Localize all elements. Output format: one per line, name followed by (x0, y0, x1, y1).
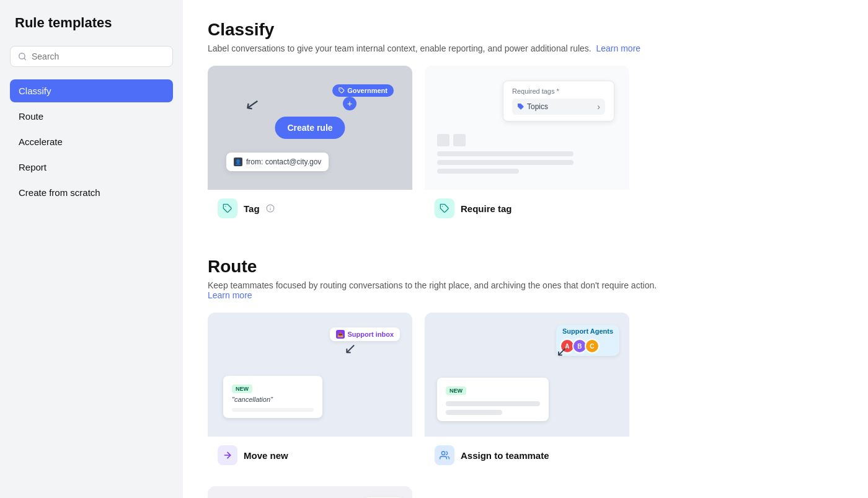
move-new-preview: 📥 Support inbox ↙ NEW "cancellation" (208, 313, 412, 437)
tag-card-preview: ↙ + Government Create rule 👤 from: conta… (208, 66, 412, 190)
sidebar-item-create-from-scratch[interactable]: Create from scratch (10, 181, 173, 204)
move-inbox-label: 📥 Support inbox (330, 327, 400, 341)
assign-owner-preview: G Gina ↙ From: Coca-Cola Owner: Gina (208, 486, 412, 498)
email-from-text: from: contact@city.gov (246, 158, 321, 166)
route-section: Route Keep teammates focused by routing … (208, 257, 843, 498)
move-new-card-icon (218, 445, 237, 465)
curved-arrow-move: ↙ (344, 340, 356, 357)
preview-line-3 (437, 169, 519, 174)
move-chat-card: NEW "cancellation" (223, 376, 322, 418)
route-title: Route (208, 257, 843, 277)
preview-tag-badge: Government (332, 84, 394, 97)
require-tag-card-label: Require tag (425, 190, 629, 227)
sidebar-item-accelerate[interactable]: Accelerate (10, 130, 173, 153)
preview-line-1 (437, 151, 574, 156)
assign-teammate-label-text: Assign to teammate (461, 450, 549, 461)
inbox-label-text: Support inbox (347, 331, 394, 338)
assign-teammate-card-label: Assign to teammate (425, 437, 629, 474)
classify-cards-grid: ↙ + Government Create rule 👤 from: conta… (208, 66, 843, 227)
route-cards-grid: 📥 Support inbox ↙ NEW "cancellation" Mov… (208, 313, 843, 498)
require-tag-card[interactable]: Required tags * Topics › (425, 66, 629, 227)
email-icon: 👤 (234, 158, 242, 166)
create-rule-btn[interactable]: Create rule (275, 117, 345, 139)
svg-point-9 (441, 451, 445, 455)
sidebar-item-route[interactable]: Route (10, 105, 173, 128)
search-box[interactable] (10, 46, 173, 67)
sidebar: Rule templates Classify Route Accelerate… (0, 0, 183, 498)
route-learn-more-link[interactable]: Learn more (208, 290, 252, 300)
assign-owner-card[interactable]: G Gina ↙ From: Coca-Cola Owner: Gina (208, 486, 412, 498)
svg-line-1 (24, 58, 26, 60)
sidebar-item-report[interactable]: Report (10, 156, 173, 179)
agent-avatars: A B C (562, 339, 613, 353)
agent-avatar-3: C (585, 339, 600, 353)
tag-card-label: Tag (208, 190, 412, 227)
require-tag-tooltip: Required tags * Topics › (503, 81, 614, 122)
move-new-card[interactable]: 📥 Support inbox ↙ NEW "cancellation" Mov… (208, 313, 412, 474)
new-badge-move: NEW (232, 385, 252, 393)
classify-description: Label conversations to give your team in… (208, 43, 843, 53)
sidebar-item-classify[interactable]: Classify (10, 79, 173, 102)
tag-card-label-text: Tag (244, 203, 260, 214)
tag-badge-text: Government (347, 87, 388, 94)
cancellation-text: "cancellation" (232, 396, 314, 403)
sidebar-title: Rule templates (10, 15, 173, 31)
assign-arrow: ↙ (556, 344, 567, 360)
classify-section: Classify Label conversations to give you… (208, 20, 843, 227)
classify-desc-text: Label conversations to give your team in… (208, 43, 591, 53)
move-new-label-text: Move new (244, 450, 288, 461)
assign-line-2 (446, 410, 502, 415)
inbox-icon: 📥 (336, 330, 345, 339)
tag-card[interactable]: ↙ + Government Create rule 👤 from: conta… (208, 66, 412, 227)
assign-teammate-preview: Support Agents A B C ↙ NEW (425, 313, 629, 437)
assign-teammate-card[interactable]: Support Agents A B C ↙ NEW (425, 313, 629, 474)
search-icon (18, 52, 27, 61)
require-tag-card-icon (435, 198, 454, 218)
classify-title: Classify (208, 20, 843, 40)
tag-preview-inner: ↙ + Government Create rule 👤 from: conta… (208, 66, 412, 190)
assign-teammate-card-icon (435, 445, 454, 465)
main-content: Classify Label conversations to give you… (183, 0, 868, 498)
move-new-card-label: Move new (208, 437, 412, 474)
tooltip-chevron: › (597, 102, 600, 112)
topic-label: Topics (517, 102, 548, 111)
classify-learn-more-link[interactable]: Learn more (596, 43, 641, 53)
route-desc-text: Keep teammates focused by routing conver… (208, 280, 657, 290)
preview-plus-btn: + (343, 97, 356, 110)
assign-chat-card: NEW (437, 378, 549, 421)
new-badge-assign: NEW (446, 386, 466, 395)
assign-line-1 (446, 401, 540, 406)
agents-label-text: Support Agents (562, 327, 613, 335)
preview-arrow-tag: ↙ (243, 92, 260, 115)
require-tag-preview-content: Required tags * Topics › (425, 66, 629, 190)
preview-email-box: 👤 from: contact@city.gov (226, 153, 329, 171)
tooltip-item: Topics › (512, 99, 605, 115)
topic-text: Topics (527, 102, 548, 111)
route-description: Keep teammates focused by routing conver… (208, 280, 843, 300)
require-tag-label-text: Require tag (461, 203, 512, 214)
search-input[interactable] (32, 51, 165, 61)
preview-lines (437, 134, 574, 177)
preview-line-2 (437, 160, 574, 165)
tag-card-icon (218, 198, 237, 218)
info-icon (266, 204, 275, 213)
require-tag-card-preview: Required tags * Topics › (425, 66, 629, 190)
tooltip-title: Required tags * (512, 87, 605, 95)
